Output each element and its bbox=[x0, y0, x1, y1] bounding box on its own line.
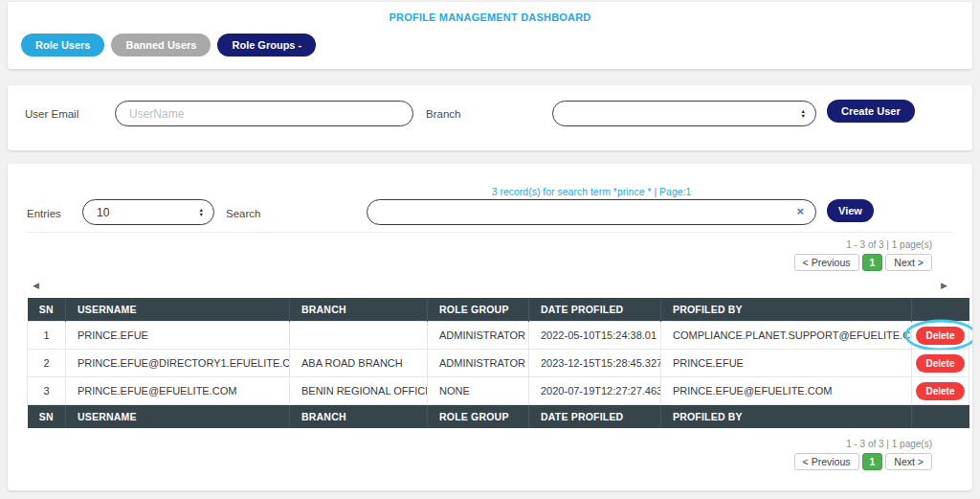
cell-profiled-by: COMPLIANCE.PLANET.SUPPORT@EFUELITE.COM bbox=[661, 322, 912, 350]
column-header: BRANCH bbox=[290, 405, 428, 429]
scroll-left-icon[interactable]: ◀ bbox=[33, 280, 39, 292]
delete-button[interactable]: Delete bbox=[916, 382, 964, 400]
column-header: PROFILED BY bbox=[661, 298, 912, 322]
column-header: SN bbox=[28, 298, 66, 322]
select-arrows-icon: ▲ ▼ bbox=[199, 208, 204, 216]
cell-role-group: ADMINISTRATOR bbox=[428, 350, 529, 377]
column-header: USERNAME bbox=[66, 298, 290, 322]
column-header: SN bbox=[28, 405, 66, 429]
cell-profiled-by: PRINCE.EFUE bbox=[661, 350, 912, 377]
cell-branch: ABA ROAD BRANCH bbox=[290, 350, 428, 377]
scroll-right-icon[interactable]: ▶ bbox=[941, 280, 947, 292]
cell-sn: 1 bbox=[28, 322, 66, 350]
branch-label: Branch bbox=[426, 108, 460, 120]
profiles-table: SNUSERNAMEBRANCHROLE GROUPDATE PROFILEDP… bbox=[27, 298, 969, 428]
column-header: DATE PROFILED bbox=[529, 298, 661, 322]
create-user-card: User Email Branch ▲ ▼ Create User bbox=[8, 85, 972, 150]
previous-page-button[interactable]: < Previous bbox=[794, 453, 859, 470]
cell-branch bbox=[290, 322, 428, 350]
select-arrows-icon: ▲ ▼ bbox=[801, 109, 806, 118]
column-header: PROFILED BY bbox=[661, 405, 912, 429]
user-email-input[interactable] bbox=[116, 102, 412, 125]
search-status-text: 3 record(s) for search term *prince * | … bbox=[367, 186, 816, 197]
cell-branch: BENIN REGIONAL OFFICE bbox=[290, 377, 428, 405]
search-input[interactable] bbox=[368, 200, 815, 224]
create-user-button[interactable]: Create User bbox=[827, 100, 915, 123]
cell-action: Delete bbox=[912, 377, 969, 405]
pagination-bottom: 1 - 3 of 3 | 1 page(s) < Previous 1 Next… bbox=[27, 439, 953, 470]
table-row: 1 PRINCE.EFUE ADMINISTRATOR 2022-05-10T1… bbox=[28, 322, 969, 350]
table-scroll-arrows: ◀ ▶ bbox=[27, 280, 953, 292]
user-email-field-wrapper bbox=[115, 101, 413, 126]
cell-action: Delete bbox=[912, 350, 969, 377]
delete-button[interactable]: Delete bbox=[916, 327, 964, 345]
cell-action: Delete bbox=[912, 322, 969, 350]
search-field-wrapper: × bbox=[367, 199, 816, 225]
cell-role-group: ADMINISTRATOR bbox=[428, 322, 529, 350]
cell-date-profiled: 2023-12-15T15:28:45.327 bbox=[529, 350, 661, 377]
page-number-button[interactable]: 1 bbox=[862, 453, 883, 470]
entries-select-value: 10 bbox=[97, 206, 109, 219]
table-footer-header-row: SNUSERNAMEBRANCHROLE GROUPDATE PROFILEDP… bbox=[28, 405, 969, 429]
nav-buttons: Role Users Banned Users Role Groups - bbox=[21, 34, 972, 57]
column-header: USERNAME bbox=[66, 405, 290, 429]
role-groups-dropdown-button[interactable]: Role Groups - bbox=[217, 34, 316, 57]
column-header bbox=[912, 405, 969, 429]
header-card: PROFILE MANAGEMENT DASHBOARD Role Users … bbox=[8, 2, 972, 69]
column-header bbox=[912, 298, 969, 322]
entries-select[interactable]: 10 ▲ ▼ bbox=[82, 199, 214, 225]
page-number-button[interactable]: 1 bbox=[862, 254, 883, 271]
view-button[interactable]: View bbox=[827, 199, 874, 222]
column-header: ROLE GROUP bbox=[428, 405, 529, 429]
pagination-summary: 1 - 3 of 3 | 1 page(s) bbox=[846, 439, 932, 449]
pagination-summary: 1 - 3 of 3 | 1 page(s) bbox=[846, 239, 932, 250]
cell-username: PRINCE.EFUE@EFUELITE.COM bbox=[66, 377, 290, 405]
column-header: ROLE GROUP bbox=[428, 298, 529, 322]
next-page-button[interactable]: Next > bbox=[885, 254, 932, 271]
previous-page-button[interactable]: < Previous bbox=[794, 254, 859, 271]
column-header: DATE PROFILED bbox=[529, 405, 661, 429]
cell-username: PRINCE.EFUE bbox=[66, 322, 290, 350]
role-users-button[interactable]: Role Users bbox=[21, 34, 104, 57]
delete-button[interactable]: Delete bbox=[916, 354, 964, 373]
table-body: 1 PRINCE.EFUE ADMINISTRATOR 2022-05-10T1… bbox=[28, 322, 969, 405]
branch-select[interactable]: ▲ ▼ bbox=[552, 101, 816, 126]
entries-label: Entries bbox=[27, 208, 61, 219]
cell-date-profiled: 2022-05-10T15:24:38.01 bbox=[529, 322, 661, 350]
search-label: Search bbox=[226, 208, 260, 219]
clear-search-icon[interactable]: × bbox=[796, 205, 804, 217]
banned-users-button[interactable]: Banned Users bbox=[111, 34, 211, 57]
next-page-button[interactable]: Next > bbox=[885, 453, 932, 470]
search-row: Entries 10 ▲ ▼ Search 3 record(s) for se… bbox=[27, 171, 953, 233]
cell-sn: 2 bbox=[28, 350, 66, 377]
cell-role-group: NONE bbox=[428, 377, 529, 405]
pagination-top: 1 - 3 of 3 | 1 page(s) < Previous 1 Next… bbox=[27, 239, 953, 271]
user-email-label: User Email bbox=[25, 108, 78, 120]
table-row: 2 PRINCE.EFUE@DIRECTORY1.EFUELITE.COM AB… bbox=[28, 350, 969, 377]
table-row: 3 PRINCE.EFUE@EFUELITE.COM BENIN REGIONA… bbox=[28, 377, 969, 405]
results-card: Entries 10 ▲ ▼ Search 3 record(s) for se… bbox=[8, 164, 972, 490]
cell-username: PRINCE.EFUE@DIRECTORY1.EFUELITE.COM bbox=[66, 350, 290, 377]
cell-date-profiled: 2020-07-19T12:27:27.463 bbox=[529, 377, 661, 405]
column-header: BRANCH bbox=[290, 298, 428, 322]
cell-sn: 3 bbox=[28, 377, 66, 405]
cell-profiled-by: PRINCE.EFUE@EFUELITE.COM bbox=[661, 377, 912, 405]
page-title: PROFILE MANAGEMENT DASHBOARD bbox=[8, 2, 972, 23]
table-header-row: SNUSERNAMEBRANCHROLE GROUPDATE PROFILEDP… bbox=[28, 298, 969, 322]
